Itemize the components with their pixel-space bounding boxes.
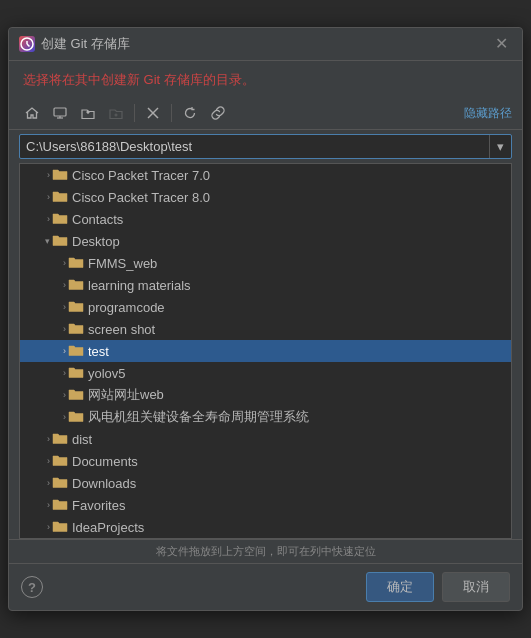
item-label: 风电机组关键设备全寿命周期管理系统 [88,408,309,426]
folder-icon [68,299,84,316]
list-item[interactable]: › test [20,340,511,362]
computer-button[interactable] [47,101,73,125]
folder-icon [52,475,68,492]
toolbar-separator-2 [171,104,172,122]
list-item[interactable]: › screen shot [20,318,511,340]
list-item[interactable]: › Documents [20,450,511,472]
chevron-icon: › [20,390,68,400]
app-icon [19,36,35,52]
folder-icon [52,497,68,514]
chevron-icon: › [20,302,68,312]
chevron-icon: › [20,412,68,422]
home-button[interactable] [19,101,45,125]
dialog-title: 创建 Git 存储库 [41,35,130,53]
dialog: 创建 Git 存储库 ✕ 选择将在其中创建新 Git 存储库的目录。 [8,27,523,611]
svg-line-2 [27,44,30,47]
item-label: screen shot [88,322,155,337]
subtitle: 选择将在其中创建新 Git 存储库的目录。 [9,61,522,97]
help-button[interactable]: ? [21,576,43,598]
list-item[interactable]: › Cisco Packet Tracer 7.0 [20,164,511,186]
list-item[interactable]: › Downloads [20,472,511,494]
list-item[interactable]: › Favorites [20,494,511,516]
folder-icon [52,167,68,184]
chevron-icon: › [20,214,52,224]
list-item[interactable]: › programcode [20,296,511,318]
chevron-icon: › [20,368,68,378]
path-dropdown-button[interactable]: ▾ [489,135,511,158]
close-button[interactable]: ✕ [491,34,512,54]
item-label: dist [72,432,92,447]
title-bar: 创建 Git 存储库 ✕ [9,28,522,61]
chevron-icon: › [20,434,52,444]
list-item[interactable]: › FMMS_web [20,252,511,274]
item-label: Contacts [72,212,123,227]
chevron-icon: › [20,500,52,510]
item-label: Documents [72,454,138,469]
item-label: Desktop [72,234,120,249]
folder-icon [68,387,84,404]
chevron-icon: › [20,346,68,356]
status-bar: 将文件拖放到上方空间，即可在列中快速定位 [9,539,522,563]
confirm-button[interactable]: 确定 [366,572,434,602]
folder-icon [68,365,84,382]
item-label: programcode [88,300,165,315]
chevron-icon: › [20,522,52,532]
folder-icon [52,211,68,228]
new-folder-button[interactable] [103,101,129,125]
chevron-icon: › [20,456,52,466]
list-item[interactable]: › Cisco Packet Tracer 8.0 [20,186,511,208]
folder-icon [52,431,68,448]
folder-icon [52,519,68,536]
chevron-icon: › [20,258,68,268]
chevron-icon: › [20,170,52,180]
path-input[interactable] [20,135,489,158]
item-label: Cisco Packet Tracer 7.0 [72,168,210,183]
file-tree[interactable]: › Cisco Packet Tracer 7.0› Cisco Packet … [19,163,512,539]
list-item[interactable]: › Contacts [20,208,511,230]
toolbar: 隐藏路径 [9,97,522,130]
delete-button[interactable] [140,101,166,125]
cancel-button[interactable]: 取消 [442,572,510,602]
folder-icon [52,233,68,250]
link-button[interactable] [205,101,231,125]
item-label: Downloads [72,476,136,491]
item-label: FMMS_web [88,256,157,271]
list-item[interactable]: › learning materials [20,274,511,296]
folder-icon [68,255,84,272]
item-label: Cisco Packet Tracer 8.0 [72,190,210,205]
folder-icon [52,453,68,470]
list-item[interactable]: › dist [20,428,511,450]
toolbar-separator-1 [134,104,135,122]
title-bar-left: 创建 Git 存储库 [19,35,130,53]
folder-icon [68,343,84,360]
svg-rect-3 [54,108,66,116]
refresh-button[interactable] [177,101,203,125]
folder-icon [52,189,68,206]
list-item[interactable]: › IdeaProjects [20,516,511,538]
item-label: 网站网址web [88,386,164,404]
chevron-icon: › [20,192,52,202]
item-label: Favorites [72,498,125,513]
subtitle-text: 选择将在其中创建新 Git 存储库的目录 [23,72,242,87]
item-label: yolov5 [88,366,126,381]
chevron-icon: › [20,478,52,488]
folder-icon [68,277,84,294]
status-text: 将文件拖放到上方空间，即可在列中快速定位 [156,545,376,557]
chevron-icon: › [20,280,68,290]
folder-icon [68,409,84,426]
footer-buttons: 确定 取消 [366,572,510,602]
item-label: IdeaProjects [72,520,144,535]
hide-path-button[interactable]: 隐藏路径 [464,105,512,122]
item-label: learning materials [88,278,191,293]
folder-icon [68,321,84,338]
chevron-icon: › [20,324,68,334]
path-bar: ▾ [19,134,512,159]
footer: ? 确定 取消 [9,563,522,610]
list-item[interactable]: › 网站网址web [20,384,511,406]
chevron-icon: ▾ [20,236,52,246]
list-item[interactable]: ▾ Desktop [20,230,511,252]
list-item[interactable]: › yolov5 [20,362,511,384]
list-item[interactable]: › 风电机组关键设备全寿命周期管理系统 [20,406,511,428]
subtitle-dot: 。 [242,72,255,87]
folder-up-button[interactable] [75,101,101,125]
